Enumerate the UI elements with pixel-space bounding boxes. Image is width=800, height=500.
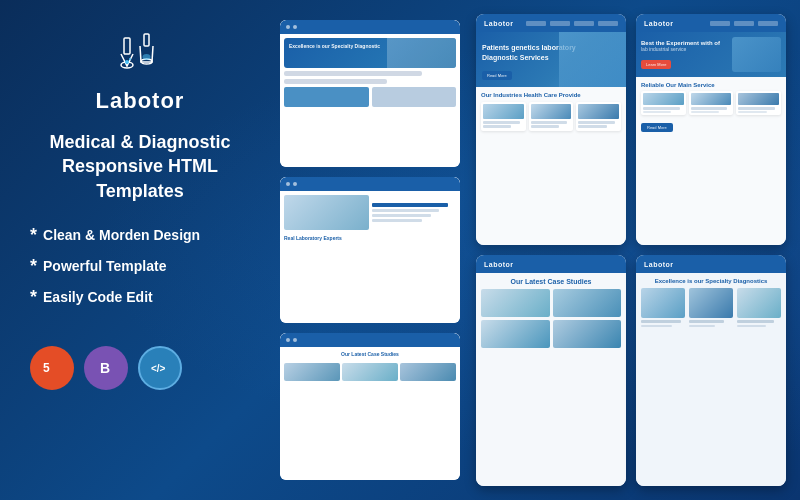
- svg-text:5: 5: [43, 361, 50, 375]
- rs-case-img-4: [553, 320, 622, 348]
- rs-diag-body: Reliable Our Main Service: [636, 77, 786, 245]
- rs-diag-logo: Labotor: [644, 20, 674, 27]
- feature-item-3: Easily Code Edit: [30, 287, 250, 308]
- feature-item-2: Powerful Template: [30, 256, 250, 277]
- html5-label: 5: [41, 356, 63, 380]
- rs-hero-btn: Read More: [482, 71, 512, 80]
- svg-point-6: [143, 54, 151, 60]
- code-badge: </>: [138, 346, 182, 390]
- rs-case-img-1: [481, 289, 550, 317]
- screenshot-card-3: Our Latest Case Studies: [280, 333, 460, 480]
- rs-card-3: [576, 102, 621, 131]
- bootstrap-badge: B: [84, 346, 128, 390]
- feature-item-1: Clean & Morden Design: [30, 225, 250, 246]
- rs-cases-title: Our Latest Case Studies: [481, 278, 621, 285]
- svg-point-2: [125, 60, 129, 64]
- svg-text:B: B: [100, 360, 110, 376]
- rs-cases-body: Our Latest Case Studies: [476, 273, 626, 486]
- html5-badge: 5: [30, 346, 74, 390]
- svg-text:</>: </>: [151, 363, 166, 374]
- logo-area: Labotor: [30, 30, 250, 114]
- tagline: Medical & Diagnostic Responsive HTML Tem…: [30, 130, 250, 203]
- middle-panel: Excellence is our Specialty Diagnostic: [270, 0, 470, 500]
- rs-card-1: [481, 102, 526, 131]
- brand-name: Labotor: [96, 88, 185, 114]
- rs-excellence-body: Excellence is our Specialty Diagnostics: [636, 273, 786, 486]
- svg-rect-4: [144, 34, 149, 46]
- features-list: Clean & Morden Design Powerful Template …: [30, 225, 250, 318]
- rs-case-img-3: [481, 320, 550, 348]
- screenshot-card-1: Excellence is our Specialty Diagnostic: [280, 20, 460, 167]
- tech-badges: 5 B </>: [30, 346, 182, 390]
- rs-logo: Labotor: [484, 20, 514, 27]
- screenshot-card-2: Real Laboratory Experts: [280, 177, 460, 324]
- right-screenshot-main: Labotor Patients genetics laboratory Dia…: [476, 14, 626, 245]
- right-screenshot-cases: Labotor Our Latest Case Studies: [476, 255, 626, 486]
- right-screenshot-excellence: Labotor Excellence is our Specialty Diag…: [636, 255, 786, 486]
- rs-exc-logo: Labotor: [644, 261, 674, 268]
- svg-point-3: [129, 58, 131, 60]
- rs-section-title: Our Industries Health Care Provide: [481, 92, 621, 98]
- right-screenshot-diagnostic: Labotor Best the Experiment with of lab …: [636, 14, 786, 245]
- left-panel: Labotor Medical & Diagnostic Responsive …: [0, 0, 270, 500]
- right-panel: Labotor Patients genetics laboratory Dia…: [470, 0, 800, 500]
- main-content: Labotor Medical & Diagnostic Responsive …: [0, 0, 800, 500]
- rs-cases-logo: Labotor: [484, 261, 514, 268]
- rs-exc-title: Excellence is our Specialty Diagnostics: [641, 278, 781, 284]
- rs-case-img-2: [553, 289, 622, 317]
- logo-icon: [114, 30, 166, 82]
- rs-card-2: [529, 102, 574, 131]
- rs-main-body: Our Industries Health Care Provide: [476, 87, 626, 245]
- svg-rect-0: [124, 38, 130, 54]
